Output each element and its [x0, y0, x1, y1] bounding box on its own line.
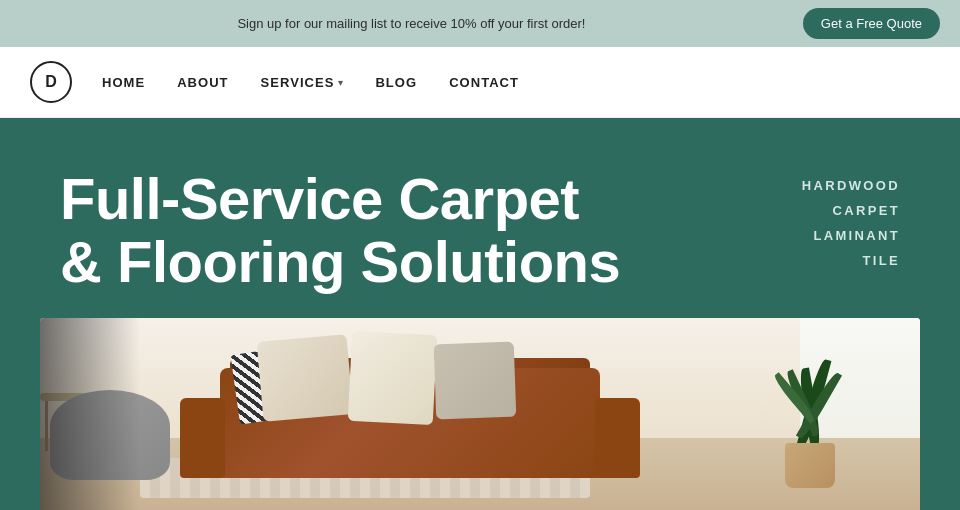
cushion-1 [257, 334, 354, 422]
cushion-3 [434, 342, 517, 420]
nav-link-contact[interactable]: CONTACT [449, 75, 519, 90]
nav-item-blog[interactable]: BLOG [375, 73, 417, 91]
nav-links: HOME ABOUT SERVICES ▾ BLOG CONTACT [102, 73, 519, 91]
chevron-down-icon: ▾ [338, 77, 343, 88]
get-quote-button[interactable]: Get a Free Quote [803, 8, 940, 39]
nav-item-about[interactable]: ABOUT [177, 73, 228, 91]
hero-heading: Full-Service Carpet & Flooring Solutions [60, 168, 620, 293]
sofa-arm-left [180, 398, 225, 478]
room-scene [40, 318, 920, 510]
plant-pot [785, 443, 835, 488]
services-list: HARDWOOD CARPET LAMINANT TILE [802, 178, 900, 268]
cushion-2 [348, 331, 438, 425]
service-carpet: CARPET [802, 203, 900, 218]
nav-item-contact[interactable]: CONTACT [449, 73, 519, 91]
plant-right [770, 338, 850, 488]
logo[interactable]: D [30, 61, 72, 103]
hero-image [40, 318, 920, 510]
plant-leaves [770, 338, 850, 448]
service-hardwood: HARDWOOD [802, 178, 900, 193]
nav-link-home[interactable]: HOME [102, 75, 145, 90]
left-overlay [40, 318, 140, 510]
hero-image-section [0, 318, 960, 510]
nav-link-blog[interactable]: BLOG [375, 75, 417, 90]
nav-item-home[interactable]: HOME [102, 73, 145, 91]
nav-item-services[interactable]: SERVICES ▾ [261, 75, 344, 90]
service-laminant: LAMINANT [802, 228, 900, 243]
hero-section: Full-Service Carpet & Flooring Solutions… [0, 118, 960, 318]
sofa-arm-right [595, 398, 640, 478]
announcement-bar: Sign up for our mailing list to receive … [0, 0, 960, 47]
announcement-text: Sign up for our mailing list to receive … [20, 16, 803, 31]
navbar: D HOME ABOUT SERVICES ▾ BLOG CONTACT [0, 47, 960, 118]
service-tile: TILE [802, 253, 900, 268]
hero-text: Full-Service Carpet & Flooring Solutions [60, 168, 620, 293]
nav-link-about[interactable]: ABOUT [177, 75, 228, 90]
nav-link-services[interactable]: SERVICES [261, 75, 335, 90]
hero-services-list: HARDWOOD CARPET LAMINANT TILE [802, 168, 900, 278]
